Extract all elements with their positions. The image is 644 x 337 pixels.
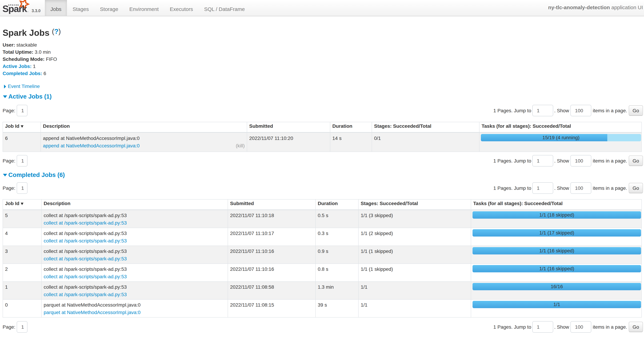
svg-text:TM: TM bbox=[26, 11, 28, 12]
svg-text:Spark: Spark bbox=[2, 3, 27, 14]
